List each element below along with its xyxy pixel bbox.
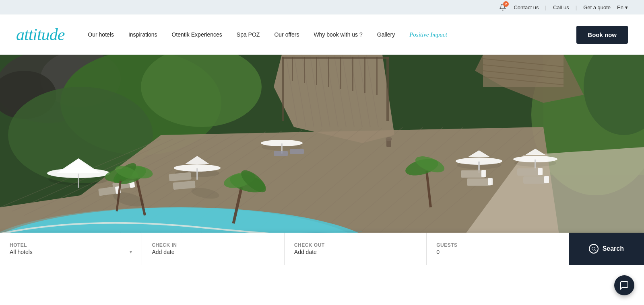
svg-line-147 <box>594 250 595 250</box>
checkin-value: Add date <box>152 249 274 255</box>
main-navigation: attitude Our hotels Inspirations Otentik… <box>0 14 644 55</box>
svg-rect-33 <box>316 57 317 85</box>
logo-text: attitude <box>16 25 64 44</box>
svg-rect-104 <box>274 151 288 156</box>
nav-item-spa[interactable]: Spa POZ <box>229 14 267 55</box>
svg-rect-117 <box>523 176 547 184</box>
nav-item-our-hotels[interactable]: Our hotels <box>80 14 121 55</box>
contact-link[interactable]: Contact us <box>514 4 539 10</box>
svg-rect-28 <box>282 57 284 121</box>
guests-field[interactable]: Guests 0 <box>427 233 568 265</box>
lang-label: En <box>617 4 623 10</box>
svg-rect-32 <box>304 57 305 83</box>
search-icon <box>589 244 599 254</box>
checkin-label: Check in <box>152 242 274 248</box>
svg-point-137 <box>386 137 392 141</box>
svg-rect-90 <box>78 174 79 188</box>
svg-rect-118 <box>481 170 486 177</box>
lang-chevron-icon: ▾ <box>625 4 628 10</box>
checkout-label: Check out <box>294 242 417 248</box>
svg-rect-94 <box>196 168 198 180</box>
nav-item-inspirations[interactable]: Inspirations <box>121 14 165 55</box>
search-button[interactable]: Search <box>569 233 644 265</box>
site-logo[interactable]: attitude <box>16 25 64 44</box>
svg-rect-35 <box>340 57 341 89</box>
svg-rect-120 <box>538 168 543 175</box>
svg-point-146 <box>592 247 595 250</box>
svg-rect-38 <box>376 57 378 95</box>
quote-link[interactable]: Get a quote <box>583 4 611 10</box>
checkout-field[interactable]: Check out Add date <box>285 233 427 265</box>
nav-item-gallery[interactable]: Gallery <box>370 14 402 55</box>
svg-rect-31 <box>292 57 293 81</box>
svg-rect-30 <box>282 57 389 59</box>
svg-rect-121 <box>544 176 549 183</box>
svg-rect-34 <box>328 57 329 87</box>
hotel-chevron-icon: ▾ <box>130 249 132 255</box>
chat-icon <box>619 280 629 290</box>
search-bar: Hotel All hotels ▾ Check in Add date Che… <box>0 233 644 265</box>
nav-links-container: Our hotels Inspirations Otentik Experien… <box>80 14 572 55</box>
hotel-label: Hotel <box>10 242 132 248</box>
svg-rect-36 <box>352 57 353 91</box>
language-selector[interactable]: En ▾ <box>617 4 628 10</box>
svg-rect-105 <box>290 149 304 154</box>
svg-rect-115 <box>467 178 491 186</box>
nav-item-positive-impact[interactable]: Positive Impact <box>402 14 454 55</box>
book-now-button[interactable]: Book now <box>576 26 628 44</box>
notification-area[interactable]: 2 <box>498 3 507 12</box>
divider-1: | <box>545 4 547 10</box>
svg-rect-37 <box>364 57 365 93</box>
divider-2: | <box>576 4 577 10</box>
top-bar: 2 Contact us | Call us | Get a quote En … <box>0 0 644 14</box>
checkout-value: Add date <box>294 249 417 255</box>
hotel-field[interactable]: Hotel All hotels ▾ <box>0 233 142 265</box>
call-link[interactable]: Call us <box>553 4 569 10</box>
hero-section: Hotel All hotels ▾ Check in Add date Che… <box>0 55 644 265</box>
nav-item-why-book[interactable]: Why book with us ? <box>306 14 369 55</box>
guests-label: Guests <box>436 242 559 248</box>
chat-bubble[interactable] <box>614 275 634 295</box>
svg-rect-119 <box>488 178 493 185</box>
checkin-field[interactable]: Check in Add date <box>142 233 284 265</box>
nav-item-otentik[interactable]: Otentik Experiences <box>165 14 229 55</box>
nav-item-offers[interactable]: Our offers <box>267 14 306 55</box>
svg-rect-29 <box>386 57 389 121</box>
guests-value: 0 <box>436 249 559 255</box>
hotel-value: All hotels ▾ <box>10 249 132 255</box>
notification-badge: 2 <box>503 1 509 7</box>
